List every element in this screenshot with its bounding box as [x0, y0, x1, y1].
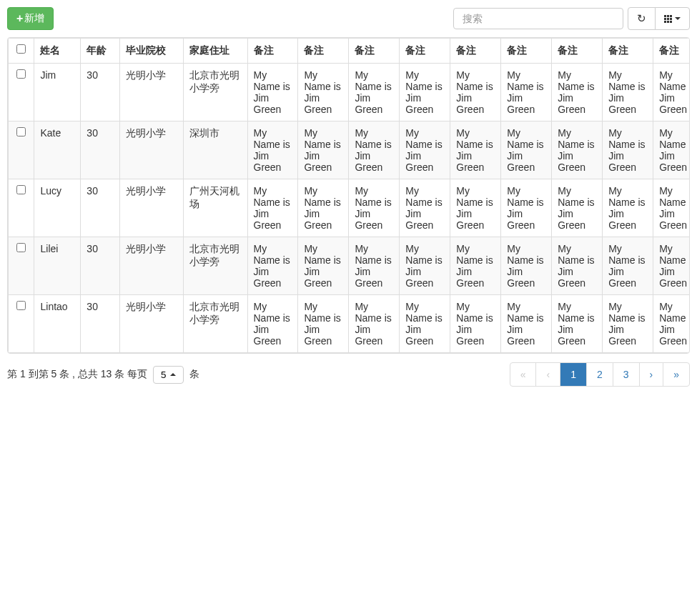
header-name[interactable]: 姓名: [34, 39, 81, 64]
caret-down-icon: [675, 17, 681, 20]
header-checkbox-cell: [9, 39, 34, 64]
cell-remark: My Name is Jim Green: [552, 295, 603, 353]
header-remark[interactable]: 备注: [450, 39, 501, 64]
row-checkbox[interactable]: [16, 127, 26, 136]
page-link[interactable]: «: [510, 363, 536, 386]
cell-remark: My Name is Jim Green: [349, 179, 400, 237]
cell-remark: My Name is Jim Green: [603, 179, 653, 237]
row-checkbox-cell: [9, 121, 34, 179]
cell-remark: My Name is Jim Green: [552, 121, 603, 179]
table-row[interactable]: Lucy30光明小学广州天河机场My Name is Jim GreenMy N…: [9, 179, 691, 237]
cell-school: 光明小学: [120, 295, 184, 353]
cell-remark: My Name is Jim Green: [450, 121, 501, 179]
cell-remark: My Name is Jim Green: [298, 64, 349, 121]
header-address[interactable]: 家庭住址: [184, 39, 247, 64]
page-item: ‹: [536, 363, 560, 386]
row-checkbox-cell: [9, 295, 34, 353]
table-row[interactable]: Jim30光明小学北京市光明小学旁My Name is Jim GreenMy …: [9, 64, 691, 121]
cell-remark: My Name is Jim Green: [603, 64, 653, 121]
page-item: 2: [587, 363, 613, 386]
search-input[interactable]: [453, 8, 623, 29]
data-table: 姓名年龄毕业院校家庭住址备注备注备注备注备注备注备注备注备注备注备注备注备注备注…: [8, 38, 690, 353]
header-remark[interactable]: 备注: [298, 39, 349, 64]
cell-remark: My Name is Jim Green: [450, 295, 501, 353]
cell-remark: My Name is Jim Green: [603, 295, 653, 353]
cell-remark: My Name is Jim Green: [247, 295, 298, 353]
page-item: »: [663, 363, 689, 386]
page-info-prefix: 第 1 到第 5 条 , 总共 13 条 每页: [7, 368, 147, 381]
cell-remark: My Name is Jim Green: [603, 121, 653, 179]
header-remark[interactable]: 备注: [552, 39, 603, 64]
cell-remark: My Name is Jim Green: [603, 237, 653, 295]
cell-remark: My Name is Jim Green: [298, 237, 349, 295]
cell-name: Jim: [34, 64, 81, 121]
row-checkbox-cell: [9, 179, 34, 237]
page-item: 3: [613, 363, 640, 386]
page-item: 1: [560, 363, 587, 386]
cell-remark: My Name is Jim Green: [501, 179, 552, 237]
cell-name: Lilei: [34, 237, 81, 295]
cell-remark: My Name is Jim Green: [400, 121, 450, 179]
cell-name: Kate: [34, 121, 81, 179]
page-link[interactable]: 1: [560, 363, 586, 386]
table-container[interactable]: 姓名年龄毕业院校家庭住址备注备注备注备注备注备注备注备注备注备注备注备注备注备注…: [7, 37, 690, 354]
header-age[interactable]: 年龄: [81, 39, 120, 64]
select-all-checkbox[interactable]: [16, 44, 26, 54]
cell-remark: My Name is Jim Green: [349, 237, 400, 295]
cell-remark: My Name is Jim Green: [501, 295, 552, 353]
page-info: 第 1 到第 5 条 , 总共 13 条 每页 5 条: [7, 366, 199, 384]
cell-remark: My Name is Jim Green: [450, 64, 501, 121]
header-school[interactable]: 毕业院校: [120, 39, 184, 64]
row-checkbox[interactable]: [16, 301, 26, 310]
row-checkbox-cell: [9, 64, 34, 121]
table-row[interactable]: Lilei30光明小学北京市光明小学旁My Name is Jim GreenM…: [9, 237, 691, 295]
page-link[interactable]: 2: [587, 363, 613, 386]
cell-remark: My Name is Jim Green: [247, 179, 298, 237]
cell-age: 30: [81, 295, 120, 353]
header-remark[interactable]: 备注: [349, 39, 400, 64]
cell-remark: My Name is Jim Green: [349, 121, 400, 179]
header-remark[interactable]: 备注: [603, 39, 653, 64]
table-head: 姓名年龄毕业院校家庭住址备注备注备注备注备注备注备注备注备注备注备注备注备注备注…: [9, 39, 691, 64]
cell-remark: My Name is Jim Green: [400, 179, 450, 237]
row-checkbox[interactable]: [16, 185, 26, 194]
header-remark[interactable]: 备注: [247, 39, 298, 64]
cell-age: 30: [81, 179, 120, 237]
page-link[interactable]: ‹: [536, 363, 560, 386]
toolbar-right: ↻: [453, 7, 690, 30]
cell-address: 北京市光明小学旁: [184, 295, 247, 353]
page-item: ›: [640, 363, 664, 386]
table-row[interactable]: Kate30光明小学深圳市My Name is Jim GreenMy Name…: [9, 121, 691, 179]
cell-remark: My Name is Jim Green: [400, 64, 450, 121]
page-size-button[interactable]: 5: [153, 366, 184, 384]
header-remark[interactable]: 备注: [653, 39, 690, 64]
cell-name: Lucy: [34, 179, 81, 237]
cell-address: 深圳市: [184, 121, 247, 179]
row-checkbox[interactable]: [16, 69, 26, 79]
refresh-icon: ↻: [637, 12, 646, 25]
row-checkbox[interactable]: [16, 243, 26, 252]
cell-remark: My Name is Jim Green: [653, 179, 690, 237]
columns-button[interactable]: [655, 7, 690, 30]
add-button[interactable]: +新增: [7, 7, 54, 30]
cell-remark: My Name is Jim Green: [552, 64, 603, 121]
add-button-label: 新增: [24, 12, 44, 25]
table-row[interactable]: Lintao30光明小学北京市光明小学旁My Name is Jim Green…: [9, 295, 691, 353]
header-remark[interactable]: 备注: [400, 39, 450, 64]
page-link[interactable]: ›: [640, 363, 663, 386]
cell-remark: My Name is Jim Green: [247, 121, 298, 179]
refresh-button[interactable]: ↻: [628, 7, 656, 30]
page-link[interactable]: »: [663, 363, 689, 386]
cell-school: 光明小学: [120, 237, 184, 295]
cell-remark: My Name is Jim Green: [552, 237, 603, 295]
header-remark[interactable]: 备注: [501, 39, 552, 64]
cell-remark: My Name is Jim Green: [653, 121, 690, 179]
cell-remark: My Name is Jim Green: [298, 295, 349, 353]
page-link[interactable]: 3: [613, 363, 639, 386]
cell-remark: My Name is Jim Green: [349, 295, 400, 353]
cell-remark: My Name is Jim Green: [298, 121, 349, 179]
cell-remark: My Name is Jim Green: [247, 237, 298, 295]
cell-address: 广州天河机场: [184, 179, 247, 237]
row-checkbox-cell: [9, 237, 34, 295]
page-size-value: 5: [161, 369, 166, 380]
